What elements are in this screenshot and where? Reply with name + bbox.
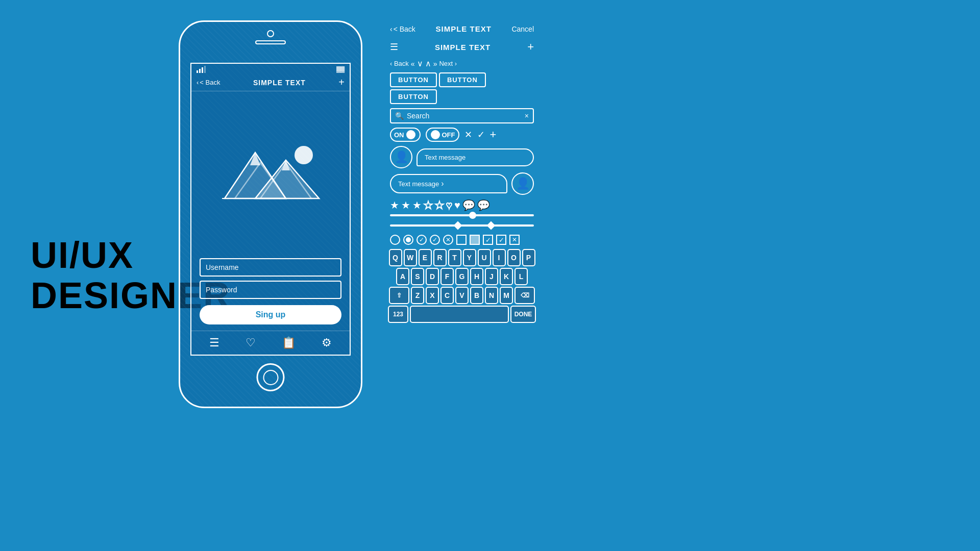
ui-button-2[interactable]: BUTTON (439, 72, 486, 87)
ui-next-button[interactable]: Next › (439, 60, 457, 67)
ui-back-button-1[interactable]: ‹ < Back (390, 25, 415, 33)
key-t[interactable]: T (448, 249, 461, 266)
key-k[interactable]: K (500, 268, 513, 285)
ui-next-next-button[interactable]: » (433, 60, 437, 68)
settings-icon[interactable]: ⚙ (322, 336, 332, 349)
key-x[interactable]: X (426, 287, 439, 304)
key-e[interactable]: E (419, 249, 432, 266)
phone-home-button[interactable] (257, 363, 285, 391)
ui-search-box[interactable]: 🔍 Search × (390, 108, 534, 123)
key-j[interactable]: J (485, 268, 498, 285)
key-done[interactable]: DONE (510, 306, 536, 323)
slider-2[interactable] (390, 224, 534, 232)
ui-nav-bar-1: ‹ < Back SIMPLE TEXT Cancel (388, 20, 536, 37)
key-shift[interactable]: ⇧ (389, 287, 409, 304)
list-icon[interactable]: 📋 (282, 336, 296, 349)
username-field[interactable]: Username (200, 258, 341, 277)
key-i[interactable]: I (493, 249, 506, 266)
avatar-left: 👤 (390, 146, 412, 168)
key-h[interactable]: H (470, 268, 483, 285)
key-b[interactable]: B (470, 287, 483, 304)
star-5[interactable]: ★ (435, 199, 444, 211)
check-circle-2[interactable]: ✓ (430, 235, 440, 245)
ui-down-button[interactable]: ∨ (417, 59, 423, 68)
key-m[interactable]: M (500, 287, 513, 304)
phone-nav-title: SIMPLE TEXT (253, 79, 306, 87)
slider-thumb-2[interactable] (453, 221, 462, 230)
ui-back-button-2[interactable]: ‹ Back (390, 60, 409, 67)
message-bubble-right: Text message (416, 148, 534, 166)
key-r[interactable]: R (433, 249, 447, 266)
key-p[interactable]: P (522, 249, 535, 266)
key-v[interactable]: V (455, 287, 469, 304)
toggle-off[interactable]: OFF (426, 128, 459, 142)
check-icon[interactable]: ✓ (477, 129, 485, 140)
speech-bubble-filled[interactable]: 💬 (477, 199, 490, 211)
square-empty[interactable] (456, 235, 467, 245)
ui-message-row-right: Text message › 👤 (388, 170, 536, 197)
radio-empty[interactable] (390, 235, 400, 245)
heart-icon[interactable]: ♡ (246, 336, 256, 349)
key-z[interactable]: Z (411, 287, 424, 304)
phone-nav-bar: ‹ < Back SIMPLE TEXT + (191, 74, 350, 91)
x-circle[interactable]: ✕ (443, 235, 453, 245)
bubble-arrow-icon: › (441, 179, 444, 188)
ui-stars-row: ★ ★ ★ ★ ★ ♥ ♥ 💬 💬 (388, 197, 536, 213)
key-u[interactable]: U (478, 249, 491, 266)
key-123[interactable]: 123 (388, 306, 408, 323)
ui-back-label-1: < Back (394, 25, 415, 33)
key-c[interactable]: C (440, 287, 454, 304)
ui-checkbox-row: ✓ ✓ ✕ ✓ ✓ ✕ (388, 233, 536, 247)
heart-filled-1[interactable]: ♥ (454, 199, 460, 211)
radio-filled[interactable] (403, 235, 413, 245)
menu-icon[interactable]: ☰ (209, 336, 219, 349)
key-n[interactable]: N (485, 287, 498, 304)
key-g[interactable]: G (455, 268, 469, 285)
ui-add-icon[interactable]: + (527, 40, 534, 54)
star-2[interactable]: ★ (401, 199, 410, 211)
key-w[interactable]: W (404, 249, 417, 266)
phone-back-button[interactable]: ‹ < Back (197, 79, 220, 86)
password-field[interactable]: Password (200, 281, 341, 299)
key-o[interactable]: O (507, 249, 521, 266)
ui-button-1[interactable]: BUTTON (390, 72, 437, 87)
phone-add-button[interactable]: + (338, 77, 345, 88)
signup-button[interactable]: Sing up (200, 305, 341, 324)
key-space[interactable] (410, 306, 509, 323)
hamburger-menu-icon[interactable]: ☰ (390, 41, 398, 53)
battery-icon: ▓▓ (336, 66, 345, 73)
search-clear-icon[interactable]: × (525, 112, 529, 120)
speech-bubble-empty[interactable]: 💬 (462, 199, 475, 211)
key-l[interactable]: L (514, 268, 528, 285)
ui-buttons-row: BUTTON BUTTON BUTTON (388, 70, 536, 106)
star-3[interactable]: ★ (412, 199, 422, 211)
key-f[interactable]: F (440, 268, 454, 285)
slider-thumb-1[interactable] (469, 212, 476, 219)
ui-button-3[interactable]: BUTTON (390, 89, 437, 104)
key-backspace[interactable]: ⌫ (514, 287, 535, 304)
key-a[interactable]: A (396, 268, 409, 285)
key-y[interactable]: Y (463, 249, 476, 266)
key-q[interactable]: Q (389, 249, 402, 266)
square-checked-2[interactable]: ✓ (496, 235, 506, 245)
key-d[interactable]: D (426, 268, 439, 285)
ui-prev-prev-button[interactable]: « (411, 60, 415, 68)
square-half[interactable] (470, 235, 480, 245)
ui-nav-bar-2: ☰ SIMPLE TEXT + (388, 37, 536, 57)
square-checked[interactable]: ✓ (483, 235, 493, 245)
check-circle-1[interactable]: ✓ (416, 235, 427, 245)
ui-cancel-button[interactable]: Cancel (511, 25, 534, 33)
slider-1[interactable] (390, 214, 534, 221)
plus-icon[interactable]: + (490, 128, 497, 141)
ui-toggle-row: ON OFF ✕ ✓ + (388, 126, 536, 144)
star-4[interactable]: ★ (424, 199, 433, 211)
ui-up-button[interactable]: ∧ (425, 59, 431, 68)
toggle-on[interactable]: ON (390, 128, 421, 142)
key-s[interactable]: S (411, 268, 424, 285)
star-1[interactable]: ★ (390, 199, 399, 211)
slider-thumb-3[interactable] (486, 221, 495, 230)
heart-empty-1[interactable]: ♥ (446, 199, 452, 211)
square-x[interactable]: ✕ (509, 235, 520, 245)
search-placeholder: Search (407, 112, 522, 120)
close-icon[interactable]: ✕ (464, 129, 472, 140)
